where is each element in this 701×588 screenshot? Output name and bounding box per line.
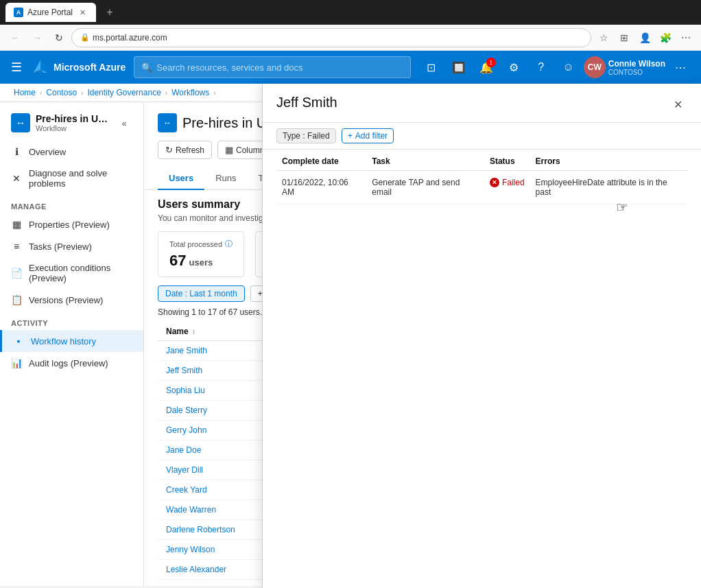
- sidebar-item-versions[interactable]: 📋 Versions (Preview): [0, 289, 143, 311]
- sidebar-item-execution-label: Execution conditions (Preview): [29, 263, 132, 283]
- date-filter-chip[interactable]: Date : Last 1 month: [158, 285, 245, 302]
- portal-logo-text: Microsoft Azure: [54, 62, 126, 73]
- tab-runs[interactable]: Runs: [204, 167, 247, 190]
- manage-section-header: Manage: [0, 194, 143, 213]
- sidebar-collapse-button[interactable]: «: [116, 115, 132, 131]
- browser-tab[interactable]: A Azure Portal ✕: [5, 3, 96, 22]
- breadcrumb-sep-2: ›: [81, 89, 83, 97]
- detail-col-date: Complete date: [276, 150, 366, 171]
- type-filter-chip[interactable]: Type : Failed: [276, 128, 336, 143]
- breadcrumb-sep-4: ›: [213, 89, 215, 97]
- sidebar-nav: ℹ Overview ✕ Diagnose and solve problems…: [0, 138, 143, 377]
- activity-section-header: Activity: [0, 311, 143, 330]
- detail-title: Jeff Smith: [276, 95, 337, 110]
- sidebar-item-workflow-history-label: Workflow history: [31, 336, 96, 346]
- breadcrumb-identity-governance[interactable]: Identity Governance: [87, 88, 161, 97]
- detail-col-errors: Errors: [530, 150, 687, 171]
- detail-panel-overlay: Jeff Smith ✕ Type : Failed + Add filter …: [262, 0, 701, 586]
- sidebar-header: ↔ Pre-hires in US 2022 Workflow «: [0, 102, 143, 138]
- execution-icon: 📄: [11, 268, 22, 279]
- stat-total-value: 67users: [169, 252, 233, 270]
- refresh-toolbar-button[interactable]: ↻ Refresh: [158, 141, 212, 159]
- status-failed-label: Failed: [502, 178, 525, 187]
- properties-icon: ▦: [11, 219, 22, 230]
- failed-icon: ✕: [490, 178, 499, 187]
- portal-logo: Microsoft Azure: [33, 60, 126, 75]
- breadcrumb-workflows[interactable]: Workflows: [171, 88, 209, 97]
- sidebar-item-audit-logs-label: Audit logs (Preview): [29, 358, 108, 368]
- sidebar-item-workflow-history[interactable]: ▪ Workflow history: [0, 330, 143, 352]
- sidebar: ↔ Pre-hires in US 2022 Workflow « ℹ Over…: [0, 102, 144, 586]
- search-icon: 🔍: [141, 62, 152, 73]
- detail-table-area: Complete date Task Status Errors 01/16/2…: [263, 150, 701, 586]
- browser-tab-close[interactable]: ✕: [77, 7, 88, 18]
- sidebar-item-tasks-label: Tasks (Preview): [29, 242, 92, 252]
- detail-panel: Jeff Smith ✕ Type : Failed + Add filter …: [262, 84, 701, 586]
- detail-filter-row: Type : Failed + Add filter: [263, 123, 701, 150]
- detail-complete-date: 01/16/2022, 10:06 AM: [276, 171, 366, 204]
- status-failed-badge: ✕ Failed: [490, 178, 525, 187]
- detail-add-filter-label: Add filter: [355, 131, 388, 141]
- detail-col-task: Task: [366, 150, 484, 171]
- stat-total-processed: Total processed ⓘ 67users: [158, 231, 244, 277]
- tasks-icon: ≡: [11, 241, 22, 252]
- detail-add-filter-icon: +: [348, 131, 353, 141]
- breadcrumb-sep-1: ›: [40, 89, 42, 97]
- date-filter-label: Date : Last 1 month: [165, 289, 237, 298]
- breadcrumb-home[interactable]: Home: [14, 88, 36, 97]
- sidebar-item-tasks[interactable]: ≡ Tasks (Preview): [0, 235, 143, 257]
- azure-logo-icon: [33, 60, 48, 75]
- sidebar-title-group: Pre-hires in US 2022 Workflow: [36, 113, 110, 132]
- browser-favicon: A: [14, 8, 23, 17]
- back-button[interactable]: ←: [5, 28, 25, 47]
- versions-icon: 📋: [11, 294, 22, 305]
- detail-col-status: Status: [484, 150, 530, 171]
- browser-tab-title: Azure Portal: [27, 8, 73, 17]
- detail-table-row: 01/16/2022, 10:06 AM Generate TAP and se…: [276, 171, 687, 204]
- sidebar-item-diagnose-label: Diagnose and solve problems: [29, 168, 132, 189]
- sidebar-item-audit-logs[interactable]: 📊 Audit logs (Preview): [0, 352, 143, 374]
- type-filter-label: Type : Failed: [283, 131, 330, 141]
- detail-close-button[interactable]: ✕: [668, 95, 687, 114]
- sidebar-item-execution-conditions[interactable]: 📄 Execution conditions (Preview): [0, 257, 143, 289]
- diagnose-icon: ✕: [11, 173, 22, 184]
- content-workflow-icon: ↔: [158, 113, 177, 132]
- detail-status: ✕ Failed: [484, 171, 530, 204]
- sidebar-item-overview[interactable]: ℹ Overview: [0, 141, 143, 163]
- sidebar-subtitle: Workflow: [36, 124, 110, 132]
- sidebar-item-versions-label: Versions (Preview): [29, 295, 103, 305]
- refresh-button[interactable]: ↻: [49, 28, 69, 47]
- detail-table: Complete date Task Status Errors 01/16/2…: [276, 150, 687, 204]
- sidebar-title: Pre-hires in US 2022: [36, 113, 110, 124]
- sort-icon-name: ↕: [192, 328, 195, 336]
- info-icon: ℹ: [11, 146, 22, 157]
- refresh-icon: ↻: [165, 145, 173, 155]
- sidebar-item-diagnose[interactable]: ✕ Diagnose and solve problems: [0, 163, 143, 194]
- breadcrumb-sep-3: ›: [165, 89, 167, 97]
- detail-header: Jeff Smith ✕: [263, 84, 701, 123]
- new-tab-button[interactable]: +: [102, 4, 118, 21]
- lock-icon: 🔒: [80, 33, 90, 42]
- detail-task: Generate TAP and send email: [366, 171, 484, 204]
- hamburger-menu[interactable]: ☰: [8, 57, 25, 78]
- sidebar-item-properties[interactable]: ▦ Properties (Preview): [0, 213, 143, 235]
- workflow-history-icon: ▪: [13, 336, 24, 346]
- column-label: Column: [236, 145, 264, 155]
- detail-add-filter-button[interactable]: + Add filter: [342, 128, 394, 143]
- sidebar-item-properties-label: Properties (Preview): [29, 220, 110, 230]
- breadcrumb-contoso[interactable]: Contoso: [46, 88, 77, 97]
- forward-button[interactable]: →: [27, 28, 47, 47]
- workflow-icon: ↔: [11, 113, 30, 132]
- tab-users[interactable]: Users: [158, 167, 204, 190]
- stat-total-label: Total processed ⓘ: [169, 239, 233, 249]
- detail-errors: EmployeeHireDate attribute is in the pas…: [530, 171, 687, 204]
- refresh-label: Refresh: [176, 145, 204, 155]
- audit-logs-icon: 📊: [11, 357, 22, 368]
- column-icon: ▦: [225, 145, 233, 155]
- address-url: ms.portal.azure.com: [93, 33, 167, 43]
- sidebar-item-overview-label: Overview: [29, 147, 66, 157]
- info-icon-total: ⓘ: [225, 239, 233, 249]
